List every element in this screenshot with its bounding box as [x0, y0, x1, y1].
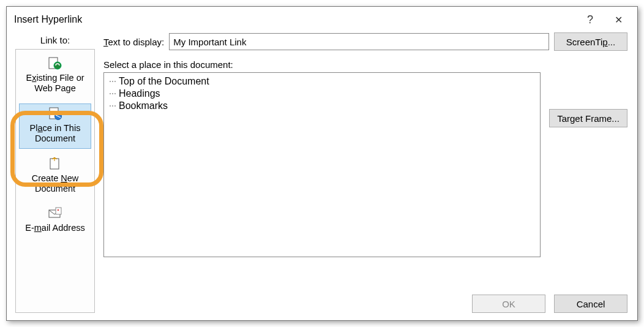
link-to-sidebar: Link to: Existing File or Web Page: [15, 32, 95, 313]
target-frame-button[interactable]: Target Frame...: [549, 109, 627, 127]
link-to-label: Link to:: [15, 32, 95, 49]
tree-handle-icon: ⋯: [109, 77, 116, 86]
ok-button[interactable]: OK: [472, 295, 545, 313]
email-icon: [47, 206, 63, 221]
svg-point-1: [54, 62, 61, 69]
create-new-icon: [47, 157, 63, 171]
cancel-button[interactable]: Cancel: [554, 295, 627, 313]
place-in-document-icon: [47, 107, 63, 121]
tree-item[interactable]: ⋯ Bookmarks: [109, 100, 535, 112]
select-place-label: Select a place in this document:: [103, 59, 627, 70]
dialog-title: Insert Hyperlink: [14, 14, 576, 25]
insert-hyperlink-dialog: Insert Hyperlink ? ✕ Link to: Existing F: [6, 6, 638, 321]
link-to-place-in-document[interactable]: Place in This Document: [19, 103, 91, 149]
tree-item[interactable]: ⋯ Top of the Document: [109, 75, 535, 88]
tree-item[interactable]: ⋯ Headings: [109, 88, 535, 100]
screentip-button[interactable]: ScreenTip...: [554, 32, 627, 51]
text-to-display-label: Text to display:: [103, 37, 164, 47]
tree-handle-icon: ⋯: [109, 89, 116, 98]
text-to-display-input[interactable]: My Important Link: [169, 33, 549, 50]
titlebar: Insert Hyperlink ? ✕: [7, 7, 637, 32]
tree-handle-icon: ⋯: [109, 102, 116, 110]
help-button[interactable]: ?: [576, 10, 604, 29]
document-places-tree[interactable]: ⋯ Top of the Document ⋯ Headings ⋯ Bookm…: [103, 72, 541, 257]
link-to-email[interactable]: E-mail Address: [19, 203, 91, 238]
existing-file-icon: [47, 56, 63, 71]
svg-rect-6: [56, 208, 61, 214]
close-button[interactable]: ✕: [604, 10, 632, 29]
link-to-create-new[interactable]: Create New Document: [19, 154, 91, 199]
link-to-existing-file[interactable]: Existing File or Web Page: [19, 53, 91, 99]
svg-point-7: [58, 209, 59, 211]
